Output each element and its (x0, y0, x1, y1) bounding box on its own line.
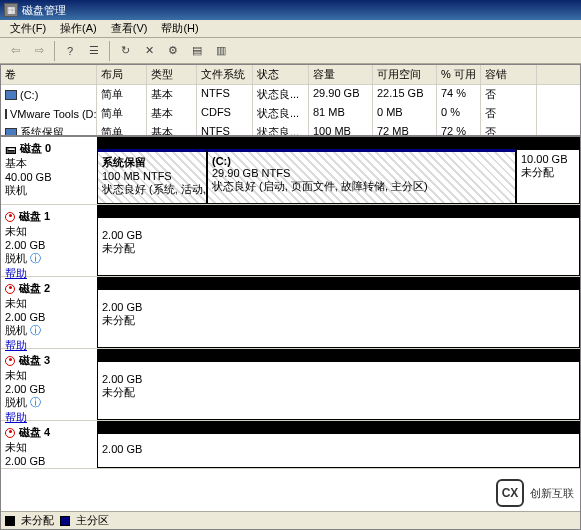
partition-unallocated[interactable]: 2.00 GB 未分配 (97, 361, 580, 420)
volume-icon (5, 90, 17, 100)
disk-type: 未知 (5, 368, 93, 383)
forward-button[interactable]: ⇨ (28, 40, 50, 62)
disk-label: 磁盘 1 (19, 209, 50, 224)
disk-row[interactable]: 磁盘 1 未知 2.00 GB 脱机 ⓘ 帮助 2.00 GB 未分配 (1, 205, 580, 277)
disk-type: 未知 (5, 296, 93, 311)
disk-info: 🖴磁盘 0 基本 40.00 GB 联机 (1, 137, 97, 204)
settings-button[interactable]: ⚙ (162, 40, 184, 62)
disk-info: 磁盘 1 未知 2.00 GB 脱机 ⓘ 帮助 (1, 205, 97, 276)
col-fault[interactable]: 容错 (481, 65, 537, 84)
cell: CDFS (197, 104, 253, 123)
list-row[interactable]: VMware Tools (D:) 简单 基本 CDFS 状态良... 81 M… (1, 104, 580, 123)
partition-size: 2.00 GB (102, 443, 575, 455)
disk-state: 脱机 (5, 252, 27, 264)
cell: 72 MB (373, 123, 437, 136)
cell: 简单 (97, 104, 147, 123)
disk-type: 未知 (5, 224, 93, 239)
info-icon[interactable]: ⓘ (30, 324, 41, 336)
col-type[interactable]: 类型 (147, 65, 197, 84)
cell: 0 MB (373, 104, 437, 123)
partition-unallocated[interactable]: 2.00 GB (97, 433, 580, 468)
disk-state: 脱机 (5, 324, 27, 336)
cell: 简单 (97, 123, 147, 136)
volume-list[interactable]: 卷 布局 类型 文件系统 状态 容量 可用空间 % 可用 容错 (C:) 简单 … (0, 64, 581, 136)
cell: 基本 (147, 104, 197, 123)
disk-bar (97, 137, 580, 149)
warning-icon (5, 356, 15, 366)
disk-size: 40.00 GB (5, 171, 93, 183)
menu-action[interactable]: 操作(A) (54, 20, 103, 37)
list-row[interactable]: 系统保留 简单 基本 NTFS 状态良... 100 MB 72 MB 72 %… (1, 123, 580, 136)
menu-view[interactable]: 查看(V) (105, 20, 154, 37)
partition-status: 未分配 (102, 385, 575, 400)
partition-unallocated[interactable]: 2.00 GB 未分配 (97, 217, 580, 276)
watermark: CX 创新互联 (496, 479, 574, 507)
partition-unallocated[interactable]: 10.00 GB 未分配 (516, 149, 580, 204)
menu-help[interactable]: 帮助(H) (155, 20, 204, 37)
cell: 100 MB (309, 123, 373, 136)
partition-unallocated[interactable]: 2.00 GB 未分配 (97, 289, 580, 348)
partition-status: 状态良好 (系统, 活动, 主分 (102, 182, 202, 197)
col-pct[interactable]: % 可用 (437, 65, 481, 84)
view-bottom-button[interactable]: ▥ (210, 40, 232, 62)
disk-bar (97, 205, 580, 217)
menu-file[interactable]: 文件(F) (4, 20, 52, 37)
disk-icon: 🖴 (5, 143, 16, 155)
app-icon: ▦ (4, 3, 18, 17)
partition-size: 2.00 GB (102, 301, 575, 313)
info-icon[interactable]: ⓘ (30, 396, 41, 408)
disk-type: 基本 (5, 156, 93, 171)
cell: VMware Tools (D:) (10, 108, 97, 120)
cell: 72 % (437, 123, 481, 136)
properties-button[interactable]: ? (59, 40, 81, 62)
cell: NTFS (197, 123, 253, 136)
disk-info: 磁盘 3 未知 2.00 GB 脱机 ⓘ 帮助 (1, 349, 97, 420)
col-status[interactable]: 状态 (253, 65, 309, 84)
partition[interactable]: 系统保留 100 MB NTFS 状态良好 (系统, 活动, 主分 (97, 149, 207, 204)
col-cap[interactable]: 容量 (309, 65, 373, 84)
partition[interactable]: (C:) 29.90 GB NTFS 状态良好 (启动, 页面文件, 故障转储,… (207, 149, 516, 204)
menu-bar: 文件(F) 操作(A) 查看(V) 帮助(H) (0, 20, 581, 38)
volume-icon (5, 128, 17, 137)
cell: 否 (481, 104, 537, 123)
col-free[interactable]: 可用空间 (373, 65, 437, 84)
cell: 简单 (97, 85, 147, 104)
col-volume[interactable]: 卷 (1, 65, 97, 84)
cell: (C:) (20, 89, 38, 101)
partition-name: (C:) (212, 155, 511, 167)
cell: 基本 (147, 85, 197, 104)
disk-size: 2.00 GB (5, 455, 93, 467)
cell: 22.15 GB (373, 85, 437, 104)
window-title: 磁盘管理 (22, 3, 66, 18)
info-icon[interactable]: ⓘ (30, 252, 41, 264)
title-bar: ▦ 磁盘管理 (0, 0, 581, 20)
disk-bar (97, 349, 580, 361)
disk-row[interactable]: 🖴磁盘 0 基本 40.00 GB 联机 系统保留 100 MB NTFS 状态… (1, 137, 580, 205)
disk-row[interactable]: 磁盘 4 未知 2.00 GB 2.00 GB (1, 421, 580, 469)
back-button[interactable]: ⇦ (4, 40, 26, 62)
disk-info: 磁盘 2 未知 2.00 GB 脱机 ⓘ 帮助 (1, 277, 97, 348)
col-layout[interactable]: 布局 (97, 65, 147, 84)
warning-icon (5, 428, 15, 438)
cell: 否 (481, 85, 537, 104)
list-row[interactable]: (C:) 简单 基本 NTFS 状态良... 29.90 GB 22.15 GB… (1, 85, 580, 104)
cell: 状态良... (253, 104, 309, 123)
disk-label: 磁盘 0 (20, 141, 51, 156)
cell: 否 (481, 123, 537, 136)
cell: 系统保留 (20, 125, 64, 136)
col-fs[interactable]: 文件系统 (197, 65, 253, 84)
delete-button[interactable]: ✕ (138, 40, 160, 62)
cell: 基本 (147, 123, 197, 136)
disk-row[interactable]: 磁盘 2 未知 2.00 GB 脱机 ⓘ 帮助 2.00 GB 未分配 (1, 277, 580, 349)
cell: 状态良... (253, 85, 309, 104)
cell: 29.90 GB (309, 85, 373, 104)
disk-graph-pane: 🖴磁盘 0 基本 40.00 GB 联机 系统保留 100 MB NTFS 状态… (0, 136, 581, 530)
refresh-icon[interactable]: ↻ (114, 40, 136, 62)
partition-size: 100 MB NTFS (102, 170, 202, 182)
disk-size: 2.00 GB (5, 239, 93, 251)
refresh-button[interactable]: ☰ (83, 40, 105, 62)
view-top-button[interactable]: ▤ (186, 40, 208, 62)
partition-size: 2.00 GB (102, 373, 575, 385)
partition-name: 系统保留 (102, 155, 202, 170)
disk-row[interactable]: 磁盘 3 未知 2.00 GB 脱机 ⓘ 帮助 2.00 GB 未分配 (1, 349, 580, 421)
